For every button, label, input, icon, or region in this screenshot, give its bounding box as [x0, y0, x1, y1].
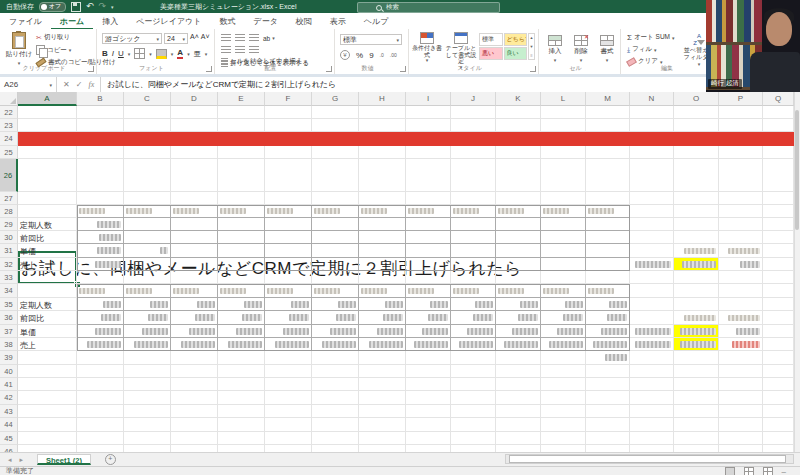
align-bottom-icon[interactable]	[249, 34, 259, 42]
row-header-44[interactable]: 44	[0, 418, 18, 432]
row-header-33[interactable]: 33	[0, 271, 18, 284]
column-header-L[interactable]: L	[541, 92, 586, 106]
column-header-I[interactable]: I	[406, 92, 451, 106]
autosum-button[interactable]: Σオート SUM▾	[627, 33, 675, 42]
row-header-35[interactable]: 35	[0, 298, 18, 311]
enter-icon[interactable]: ✓	[76, 80, 83, 89]
ribbon-tab-ページレイアウト[interactable]: ページレイアウト	[127, 13, 210, 30]
qat-customize-icon[interactable]: ▾	[111, 4, 114, 10]
alignment-dialog-launcher[interactable]	[326, 66, 332, 72]
row-header-43[interactable]: 43	[0, 405, 18, 418]
insert-cells-button[interactable]: 挿入▾	[543, 35, 567, 63]
merge-center-button[interactable]: セルを結合して中央揃え▾	[221, 57, 307, 66]
sheet-nav-left-icon[interactable]: ◂	[8, 456, 12, 464]
borders-icon[interactable]	[134, 48, 145, 59]
row-header-45[interactable]: 45	[0, 432, 18, 445]
row-header-28[interactable]: 28	[0, 205, 18, 218]
ribbon-tab-ファイル[interactable]: ファイル	[0, 13, 51, 30]
decrease-decimal-icon[interactable]: .00	[390, 52, 397, 58]
sheet-nav-right-icon[interactable]: ▸	[20, 456, 24, 464]
column-header-Q[interactable]: Q	[763, 92, 794, 106]
conditional-formatting-button[interactable]: 条件付き書式▾	[411, 32, 443, 64]
save-icon[interactable]	[71, 2, 81, 12]
page-break-view-icon[interactable]	[763, 467, 773, 475]
gallery-scroll-arrows[interactable]: ▲▼≡	[528, 33, 535, 60]
column-header-J[interactable]: J	[451, 92, 496, 106]
column-header-A[interactable]: A	[18, 92, 77, 106]
shrink-font-icon[interactable]: A˅	[201, 33, 210, 44]
insert-function-icon[interactable]: fx	[88, 80, 94, 89]
clipboard-dialog-launcher[interactable]	[88, 66, 94, 72]
row-header-24[interactable]: 24	[0, 132, 18, 146]
ribbon-tab-ホーム[interactable]: ホーム	[51, 13, 93, 30]
font-size-combobox[interactable]: 24▾	[164, 33, 188, 44]
fill-button[interactable]: ⤓フィル▾	[627, 45, 675, 54]
new-sheet-icon[interactable]: +	[105, 454, 116, 465]
autosave-toggle[interactable]: オフ	[39, 2, 66, 12]
row-header-46[interactable]: 46	[0, 445, 18, 452]
fill-color-icon[interactable]	[156, 49, 167, 59]
cell-style-どちらでも...[interactable]: どちらでも...	[504, 33, 528, 46]
column-header-K[interactable]: K	[496, 92, 541, 106]
percent-style-icon[interactable]: %	[356, 51, 363, 60]
styles-dialog-launcher[interactable]	[530, 66, 536, 72]
align-left-icon[interactable]	[221, 46, 231, 54]
row-header-40[interactable]: 40	[0, 365, 18, 378]
search-input[interactable]: 検索	[357, 2, 500, 13]
horizontal-scrollbar-thumb[interactable]	[509, 455, 786, 463]
row-header-26[interactable]: 26	[0, 159, 18, 192]
ribbon-tab-数式[interactable]: 数式	[210, 13, 244, 30]
orientation-button[interactable]: ab▾	[263, 35, 275, 42]
row-header-38[interactable]: 38	[0, 338, 18, 351]
row-header-27[interactable]: 27	[0, 192, 18, 205]
column-header-C[interactable]: C	[124, 92, 171, 106]
column-header-F[interactable]: F	[265, 92, 312, 106]
bold-button[interactable]: B	[102, 49, 108, 58]
grow-font-icon[interactable]: A˄	[190, 33, 199, 44]
sheet-grid[interactable]: お試しに、同梱やメールなどCRMで定期に２割引上げられたら ABCDEFGHIJ…	[0, 92, 794, 452]
row-header-41[interactable]: 41	[0, 378, 18, 391]
align-center-icon[interactable]	[235, 46, 245, 54]
column-header-M[interactable]: M	[586, 92, 630, 106]
ribbon-tab-データ[interactable]: データ	[244, 13, 286, 30]
underline-button[interactable]: U	[118, 49, 124, 58]
normal-view-icon[interactable]	[725, 467, 735, 475]
align-right-icon[interactable]	[249, 46, 259, 54]
column-header-E[interactable]: E	[218, 92, 265, 106]
undo-icon[interactable]: ↶	[86, 2, 94, 11]
number-dialog-launcher[interactable]	[400, 66, 406, 72]
column-header-O[interactable]: O	[674, 92, 719, 106]
row-header-42[interactable]: 42	[0, 391, 18, 405]
align-top-icon[interactable]	[221, 34, 231, 42]
cancel-icon[interactable]: ✕	[63, 80, 70, 89]
font-family-combobox[interactable]: 游ゴシック▾	[102, 33, 162, 44]
ribbon-tab-表示[interactable]: 表示	[321, 13, 355, 30]
row-header-36[interactable]: 36	[0, 311, 18, 325]
column-header-G[interactable]: G	[312, 92, 359, 106]
column-header-N[interactable]: N	[630, 92, 674, 106]
row-header-30[interactable]: 30	[0, 231, 18, 244]
ribbon-tab-挿入[interactable]: 挿入	[93, 13, 127, 30]
italic-button[interactable]: I	[112, 49, 114, 58]
column-header-B[interactable]: B	[77, 92, 124, 106]
cell-style-標準[interactable]: 標準	[479, 33, 503, 46]
row-header-34[interactable]: 34	[0, 284, 18, 298]
row-header-23[interactable]: 23	[0, 119, 18, 132]
ruby-button[interactable]: 亜	[194, 49, 201, 59]
formula-text[interactable]: お試しに、同梱やメールなどCRMで定期に２割引上げられたら	[101, 79, 336, 90]
row-header-37[interactable]: 37	[0, 325, 18, 338]
number-format-combobox[interactable]: 標準▾	[340, 34, 402, 45]
font-color-icon[interactable]: A	[177, 49, 183, 59]
row-header-25[interactable]: 25	[0, 146, 18, 159]
font-dialog-launcher[interactable]	[206, 66, 212, 72]
vertical-scrollbar-thumb[interactable]	[795, 110, 799, 230]
ribbon-tab-校閲[interactable]: 校閲	[287, 13, 321, 30]
zoom-out-icon[interactable]: –	[782, 467, 786, 475]
row-header-32[interactable]: 32	[0, 258, 18, 271]
row-header-22[interactable]: 22	[0, 106, 18, 119]
paste-button[interactable]: 貼り付け ▾	[5, 32, 33, 66]
row-header-29[interactable]: 29	[0, 218, 18, 231]
select-all-corner[interactable]	[0, 92, 18, 106]
cell-style-良い[interactable]: 良い	[504, 47, 528, 60]
page-layout-view-icon[interactable]	[744, 467, 754, 475]
